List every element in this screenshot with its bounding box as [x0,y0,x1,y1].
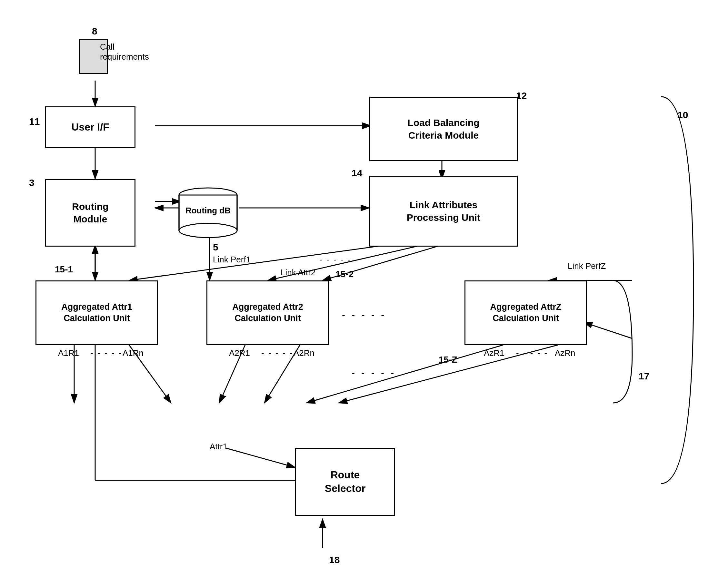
label-18: 18 [329,554,340,566]
routing-db-svg: Routing dB [176,187,240,239]
routing-module-label: Routing Module [72,200,108,225]
link-attr-box: Link Attributes Processing Unit [369,176,518,247]
label-15-1: 15-1 [55,264,73,275]
agg-attr2-box: Aggregated Attr2 Calculation Unit [206,280,329,345]
routing-module-box: Routing Module [45,179,135,247]
route-selector-box: Route Selector [295,448,395,516]
dots-mid: - - - - - [319,255,351,265]
svg-text:Routing dB: Routing dB [185,205,231,215]
svg-point-31 [179,223,237,238]
route-selector-label: Route Selector [325,468,365,495]
label-3: 3 [29,177,34,188]
label-12: 12 [516,90,527,101]
a1r1-label: A1R1 [58,348,79,358]
diagram: 8 Call requirements 11 User I/F 12 Load … [0,0,728,577]
agg-attrZ-label: Aggregated AttrZ Calculation Unit [490,301,562,324]
load-balancing-box: Load Balancing Criteria Module [369,97,518,161]
link-perf1-label: Link Perf1 [213,255,251,265]
link-perfZ-label: Link PerfZ [568,261,606,271]
link-attr-label: Link Attributes Processing Unit [407,198,480,224]
user-if-label: User I/F [71,120,109,134]
azr1-label: AzR1 [484,348,504,358]
agg-attr2-label: Aggregated Attr2 Calculation Unit [232,301,303,324]
dots-agg2: - - - - - [261,348,293,358]
load-balancing-label: Load Balancing Criteria Module [407,116,479,141]
agg-attrZ-box: Aggregated AttrZ Calculation Unit [465,280,587,345]
label-10: 10 [677,110,688,120]
label-15-Z: 15-Z [439,355,458,365]
call-requirements-label: Call requirements [100,42,149,62]
a1rn-label: A1Rn [123,348,144,358]
dots-between-az: - - - - - [352,367,396,379]
dots-agg1: - - - - - [90,348,122,358]
dots-between-units: - - - - - [342,309,386,321]
label-15-2: 15-2 [335,269,354,279]
a2r1-label: A2R1 [229,348,250,358]
link-attr2-label: Link Attr2 [281,268,315,278]
label-17: 17 [639,371,649,382]
svg-line-25 [584,322,632,338]
azrn-label: AzRn [555,348,575,358]
user-if-box: User I/F [45,106,135,148]
label-8: 8 [92,26,97,37]
label-11: 11 [29,116,40,127]
label-14: 14 [352,168,362,178]
a2rn-label: A2Rn [293,348,314,358]
svg-line-22 [226,448,295,467]
dots-aggZ: - - - - - [516,348,548,358]
label-5: 5 [213,242,218,253]
agg-attr1-label: Aggregated Attr1 Calculation Unit [61,301,132,324]
attr1-label: Attr1 [210,442,227,451]
agg-attr1-box: Aggregated Attr1 Calculation Unit [35,280,158,345]
svg-line-17 [306,345,503,403]
